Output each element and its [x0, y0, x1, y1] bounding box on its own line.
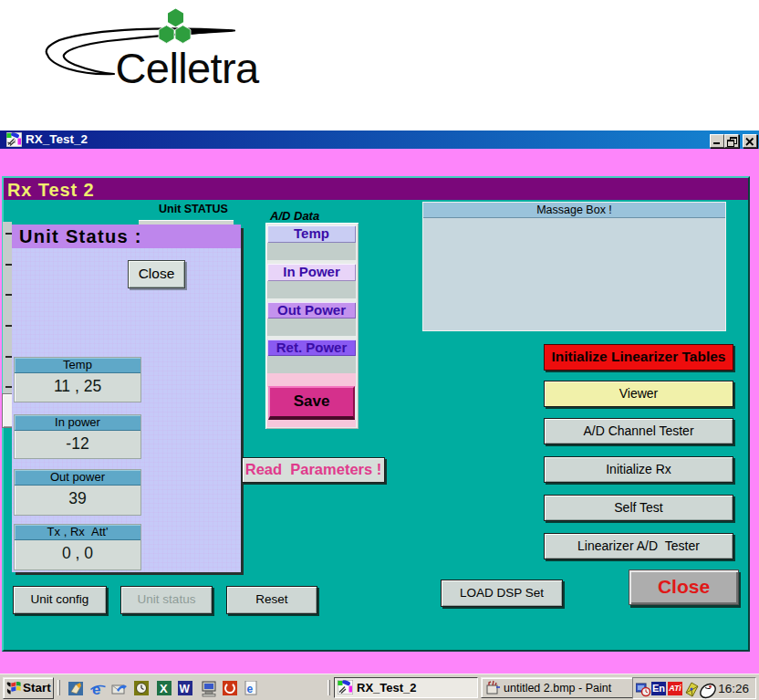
- svg-text:e: e: [247, 683, 254, 695]
- svg-text:e: e: [92, 681, 100, 696]
- svg-text:Celletra: Celletra: [116, 44, 261, 92]
- svg-text:W: W: [180, 683, 191, 695]
- svg-text:X: X: [160, 682, 168, 695]
